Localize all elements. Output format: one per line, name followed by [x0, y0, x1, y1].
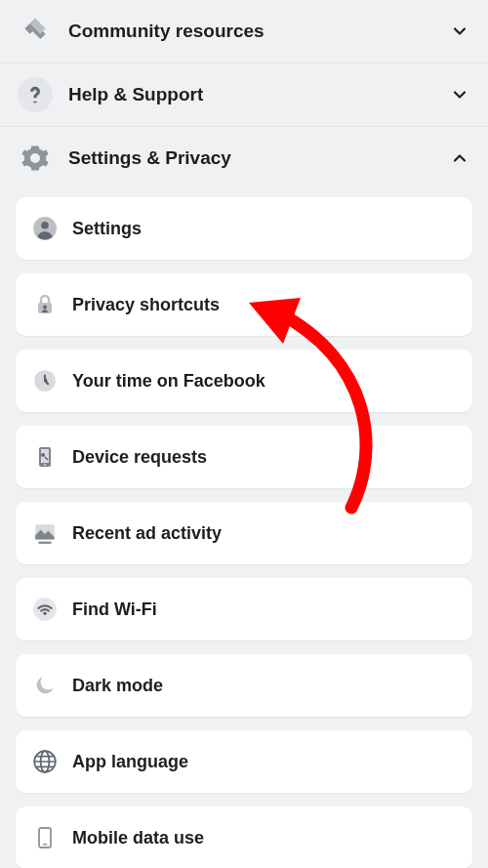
lock-person-icon	[31, 291, 59, 318]
device-key-icon	[31, 443, 59, 471]
wifi-icon	[31, 596, 59, 623]
chevron-down-icon	[449, 21, 470, 42]
card-label: Settings	[72, 219, 142, 239]
ad-image-icon	[31, 519, 59, 547]
svg-point-7	[44, 464, 46, 466]
card-app-language[interactable]: App language	[16, 730, 472, 793]
card-label: Mobile data use	[72, 828, 204, 848]
card-label: Device requests	[72, 447, 207, 468]
card-label: Find Wi-Fi	[72, 599, 157, 620]
card-mobile-data-use[interactable]: Mobile data use	[16, 806, 472, 868]
handshake-icon	[18, 14, 53, 49]
svg-point-3	[43, 306, 47, 310]
svg-point-8	[41, 453, 45, 457]
svg-point-1	[41, 222, 49, 229]
card-dark-mode[interactable]: Dark mode	[16, 654, 472, 717]
card-settings[interactable]: Settings	[16, 197, 472, 260]
settings-privacy-cards: Settings Privacy shortcuts Your time on …	[0, 189, 488, 868]
svg-rect-16	[43, 844, 47, 846]
chevron-down-icon	[449, 84, 470, 105]
chevron-up-icon	[449, 147, 470, 169]
header-settings-privacy[interactable]: Settings & Privacy	[0, 127, 488, 189]
card-label: Dark mode	[72, 676, 163, 696]
header-label: Help & Support	[68, 84, 449, 105]
header-help-support[interactable]: Help & Support	[0, 63, 488, 127]
card-label: Recent ad activity	[72, 523, 222, 544]
gear-icon	[18, 141, 53, 176]
clock-icon	[31, 367, 59, 394]
header-community-resources[interactable]: Community resources	[0, 0, 488, 63]
phone-outline-icon	[31, 824, 59, 851]
card-label: Privacy shortcuts	[72, 295, 220, 315]
globe-icon	[31, 748, 59, 775]
card-privacy-shortcuts[interactable]: Privacy shortcuts	[16, 273, 472, 336]
question-icon	[18, 77, 53, 112]
moon-icon	[31, 672, 59, 699]
header-label: Community resources	[68, 21, 449, 42]
card-label: App language	[72, 752, 188, 772]
card-label: Your time on Facebook	[72, 371, 265, 392]
person-circle-icon	[31, 215, 59, 242]
card-your-time[interactable]: Your time on Facebook	[16, 350, 472, 412]
header-label: Settings & Privacy	[68, 147, 449, 169]
card-recent-ad-activity[interactable]: Recent ad activity	[16, 502, 472, 564]
card-device-requests[interactable]: Device requests	[16, 426, 472, 488]
svg-point-12	[43, 612, 46, 615]
svg-rect-10	[39, 542, 52, 544]
card-find-wifi[interactable]: Find Wi-Fi	[16, 578, 472, 641]
